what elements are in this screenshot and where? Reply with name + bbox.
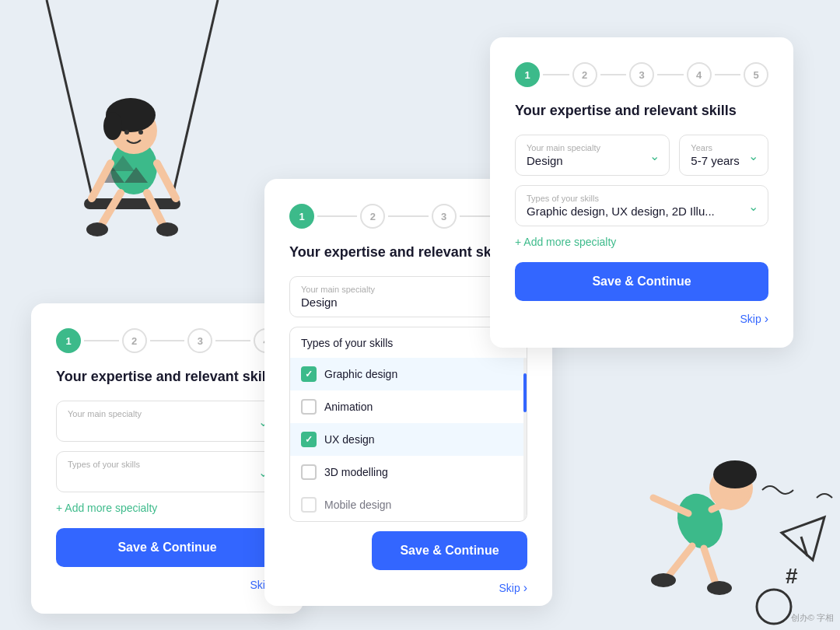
- specialty-years-row: Your main specialty Design ⌄ Years 5-7 y…: [515, 135, 768, 176]
- years-value-3: 5-7 years: [691, 154, 757, 167]
- svg-point-26: [707, 581, 732, 595]
- svg-marker-27: [782, 517, 824, 560]
- skill-label-3d-modelling: 3D modelling: [324, 466, 388, 478]
- svg-text:#: #: [786, 564, 798, 588]
- add-specialty-1[interactable]: + Add more specialty: [56, 502, 278, 514]
- run-illustration: #: [544, 397, 840, 630]
- step-2-circle: 2: [122, 328, 147, 353]
- card3-title: Your expertise and relevant skills: [515, 103, 768, 119]
- skills-label-1: Types of your skills: [68, 460, 267, 469]
- checkbox-3d-modelling: [301, 464, 317, 480]
- skill-label-animation: Animation: [324, 401, 373, 413]
- svg-line-23: [669, 546, 692, 576]
- main-specialty-label-2: Your main specialty: [301, 285, 516, 294]
- step-1-circle-3: 1: [515, 62, 540, 87]
- card-complete: 1 2 3 4 5 Your expertise and relevant sk…: [490, 37, 793, 348]
- years-arrow-3: ⌄: [748, 148, 758, 163]
- skill-label-ux-design: UX design: [324, 433, 375, 446]
- watermark: 创办© 字相: [791, 612, 834, 624]
- skills-open-label: Types of your skills: [301, 337, 393, 349]
- svg-point-15: [156, 222, 178, 236]
- svg-point-17: [138, 130, 143, 135]
- main-specialty-value-1: [68, 420, 267, 433]
- step-1-circle: 1: [56, 328, 81, 353]
- step-2-circle-3: 2: [572, 62, 597, 87]
- save-button-3[interactable]: Save & Continue: [515, 262, 768, 301]
- years-label-3: Years: [691, 143, 757, 152]
- svg-point-9: [103, 112, 122, 140]
- add-specialty-3[interactable]: + Add more specialty: [515, 236, 768, 248]
- step-indicator-3: 1 2 3 4 5: [515, 62, 768, 87]
- specialty-arrow-3: ⌄: [649, 148, 660, 163]
- step-indicator-1: 1 2 3 4: [56, 328, 278, 353]
- svg-point-25: [651, 573, 676, 587]
- skill-item-3d-modelling[interactable]: 3D modelling: [290, 456, 527, 488]
- main-specialty-dropdown-1[interactable]: Your main specialty ⌄: [56, 401, 278, 442]
- checkbox-ux-design: [301, 432, 317, 447]
- step-4-circle-3: 4: [687, 62, 712, 87]
- swing-illustration: [0, 0, 264, 264]
- step-1-circle-2: 1: [289, 204, 314, 229]
- years-dropdown-3[interactable]: Years 5-7 years ⌄: [679, 135, 768, 176]
- step-5-circle-3: 5: [744, 62, 768, 87]
- skill-item-ux-design[interactable]: UX design: [290, 423, 527, 456]
- main-specialty-label-1: Your main specialty: [68, 409, 267, 418]
- step-2-circle-2: 2: [360, 204, 385, 229]
- checkbox-graphic-design: [301, 366, 317, 382]
- step-3-circle-3: 3: [629, 62, 654, 87]
- step-3-circle-2: 3: [432, 204, 457, 229]
- skip-link-1[interactable]: Skip ›: [56, 578, 278, 592]
- skills-value-1: [68, 471, 267, 484]
- skill-item-mobile-design[interactable]: Mobile design: [290, 488, 527, 521]
- svg-line-24: [704, 548, 716, 583]
- card1-title: Your expertise and relevant skills: [56, 369, 278, 385]
- svg-point-30: [757, 590, 791, 624]
- svg-rect-2: [84, 198, 180, 209]
- skills-dropdown-1[interactable]: Types of your skills ⌄: [56, 451, 278, 492]
- main-specialty-label-3: Your main specialty: [527, 143, 658, 152]
- skills-arrow-3: ⌄: [748, 198, 758, 213]
- svg-point-14: [86, 222, 108, 236]
- skills-menu: Graphic design Animation UX design 3D mo…: [289, 358, 527, 522]
- svg-line-11: [157, 163, 176, 198]
- save-button-2-partial[interactable]: Save & Continue: [372, 531, 527, 570]
- skip-link-2[interactable]: Skip ›: [289, 581, 527, 606]
- skill-item-animation[interactable]: Animation: [290, 390, 527, 423]
- skill-label-mobile-design: Mobile design: [324, 499, 391, 511]
- card-basic: 1 2 3 4 Your expertise and relevant skil…: [31, 303, 303, 614]
- svg-line-0: [47, 0, 93, 202]
- skills-dropdown-3[interactable]: Types of your skills Graphic design, UX …: [515, 185, 768, 226]
- step-3-circle: 3: [187, 328, 212, 353]
- svg-point-16: [124, 130, 129, 135]
- main-specialty-value-2: Design: [301, 296, 516, 309]
- svg-line-1: [171, 0, 218, 202]
- skills-value-3: Graphic design, UX design, 2D Illu...: [527, 205, 757, 218]
- checkbox-animation: [301, 399, 317, 415]
- skills-label-3: Types of your skills: [527, 194, 757, 203]
- skill-label-graphic-design: Graphic design: [324, 368, 397, 380]
- save-button-1[interactable]: Save & Continue: [56, 528, 278, 567]
- skill-item-graphic-design[interactable]: Graphic design: [290, 358, 527, 390]
- main-specialty-value-3: Design: [527, 154, 658, 167]
- skip-link-3[interactable]: Skip ›: [515, 312, 768, 326]
- main-specialty-dropdown-3[interactable]: Your main specialty Design ⌄: [515, 135, 670, 176]
- checkbox-mobile-design: [301, 497, 317, 513]
- skills-dropdown-open-2: Types of your skills ⌃ Graphic design An…: [289, 327, 527, 522]
- svg-point-20: [713, 460, 757, 488]
